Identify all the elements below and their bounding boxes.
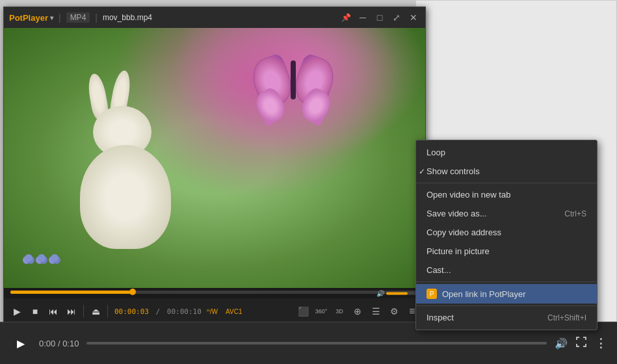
context-menu-item-inspect[interactable]: Inspect Ctrl+Shift+I xyxy=(416,308,597,327)
progress-bar[interactable] xyxy=(10,291,419,294)
show-controls-label: Show controls xyxy=(427,166,480,176)
browser-fullscreen-button[interactable] xyxy=(575,336,587,350)
flower-2 xyxy=(38,254,46,262)
app-name: PotPlayer xyxy=(9,13,48,23)
close-button[interactable]: ✕ xyxy=(407,12,420,23)
browser-volume-button[interactable]: 🔊 xyxy=(555,337,568,350)
butterfly-body xyxy=(291,60,296,99)
context-menu-item-pip[interactable]: Picture in picture xyxy=(416,242,597,261)
open-potplayer-label: Open link in PotPlayer xyxy=(442,289,526,299)
show-controls-check: ✓ xyxy=(419,167,425,176)
vr360-button[interactable]: 360° xyxy=(313,304,329,319)
inspect-label: Inspect xyxy=(427,313,454,322)
controls-bar: ▶ ■ ⏮ ⏭ ⏏ 00:00:03 / 00:00:10 ᴴ/W AVC1 ⬛… xyxy=(4,298,425,324)
format-label: MP4 xyxy=(66,12,90,23)
play-button[interactable]: ▶ xyxy=(9,304,25,319)
eject-button[interactable]: ⏏ xyxy=(88,304,103,319)
hw-label: ᴴ/W xyxy=(207,308,218,315)
flowers-graphic xyxy=(25,254,59,262)
pip-label: Picture in picture xyxy=(427,246,490,256)
next-button[interactable]: ⏭ xyxy=(64,304,79,319)
context-menu-item-cast[interactable]: Cast... xyxy=(416,261,597,280)
browser-more-button[interactable]: ⋮ xyxy=(595,336,607,350)
video-area xyxy=(4,28,425,288)
progress-fill xyxy=(10,291,133,294)
restore-button[interactable]: □ xyxy=(373,12,386,23)
flower-1 xyxy=(25,254,33,262)
zoom-button[interactable]: ⊕ xyxy=(350,304,365,319)
copy-address-label: Copy video address xyxy=(427,228,501,237)
stop-button[interactable]: ■ xyxy=(27,304,43,319)
context-menu-sep1 xyxy=(416,183,597,183)
browser-time: 0:00 / 0:10 xyxy=(39,339,79,348)
volume-control[interactable]: 🔊 xyxy=(376,290,419,297)
titlebar: PotPlayer ▾ | MP4 | mov_bbb.mp4 📌 ─ □ ⤢ … xyxy=(4,7,425,28)
context-menu-item-copy-address[interactable]: Copy video address xyxy=(416,223,597,242)
inspect-shortcut: Ctrl+Shift+I xyxy=(547,313,586,322)
context-menu-sep3 xyxy=(416,306,597,306)
context-menu: Loop ✓ Show controls Open video in new t… xyxy=(415,140,597,330)
save-video-label: Save video as... xyxy=(427,209,487,218)
progress-area: 🔊 xyxy=(4,288,425,298)
bunny-graphic xyxy=(67,106,197,249)
context-menu-sep2 xyxy=(416,281,597,282)
vr3d-button[interactable]: 3D xyxy=(332,304,347,319)
time-separator: / xyxy=(151,307,164,316)
cast-label: Cast... xyxy=(427,265,451,275)
save-video-shortcut: Ctrl+S xyxy=(564,209,586,218)
title-sep2: | xyxy=(95,12,98,23)
volume-fill xyxy=(386,292,408,294)
app-dropdown-arrow[interactable]: ▾ xyxy=(50,14,53,21)
video-content xyxy=(4,28,425,288)
controls-separator2 xyxy=(107,305,108,318)
flower-3 xyxy=(51,254,59,262)
maximize-button[interactable]: ⤢ xyxy=(390,12,403,23)
bunny-body xyxy=(80,145,171,249)
context-menu-item-loop[interactable]: Loop xyxy=(416,143,597,162)
prev-button[interactable]: ⏮ xyxy=(46,304,61,319)
context-menu-item-open-new-tab[interactable]: Open video in new tab xyxy=(416,185,597,204)
open-new-tab-label: Open video in new tab xyxy=(427,190,510,200)
context-menu-item-save-video[interactable]: Save video as... Ctrl+S xyxy=(416,204,597,223)
loop-label: Loop xyxy=(427,148,445,157)
potplayer-window: PotPlayer ▾ | MP4 | mov_bbb.mp4 📌 ─ □ ⤢ … xyxy=(3,6,426,325)
butterfly-graphic xyxy=(254,54,332,119)
context-menu-item-open-potplayer[interactable]: P Open link in PotPlayer xyxy=(416,284,597,304)
minimize-button[interactable]: ─ xyxy=(356,12,369,23)
settings-button[interactable]: ⚙ xyxy=(386,304,402,319)
app-logo: PotPlayer ▾ xyxy=(9,13,53,23)
time-current: 00:00:03 xyxy=(114,307,149,316)
browser-play-button[interactable]: ▶ xyxy=(10,333,31,354)
right-controls: ⬛ 360° 3D ⊕ ☰ ⚙ ≡ xyxy=(295,304,420,319)
title-sep: | xyxy=(59,12,61,23)
potplayer-icon: P xyxy=(427,289,437,299)
playlist-button[interactable]: ☰ xyxy=(368,304,384,319)
time-total: 00:00:10 xyxy=(167,307,202,316)
controls-separator xyxy=(83,305,84,318)
codec-label: AVC1 xyxy=(226,308,242,315)
subtitle-button[interactable]: ⬛ xyxy=(295,304,311,319)
volume-bar[interactable] xyxy=(386,292,419,294)
window-controls: 📌 ─ □ ⤢ ✕ xyxy=(339,12,420,23)
pin-button[interactable]: 📌 xyxy=(339,13,352,22)
browser-seekbar[interactable] xyxy=(86,342,547,344)
context-menu-item-show-controls[interactable]: ✓ Show controls xyxy=(416,162,597,181)
volume-icon: 🔊 xyxy=(376,290,384,297)
filename-label: mov_bbb.mp4 xyxy=(103,13,152,22)
progress-thumb xyxy=(129,289,136,295)
